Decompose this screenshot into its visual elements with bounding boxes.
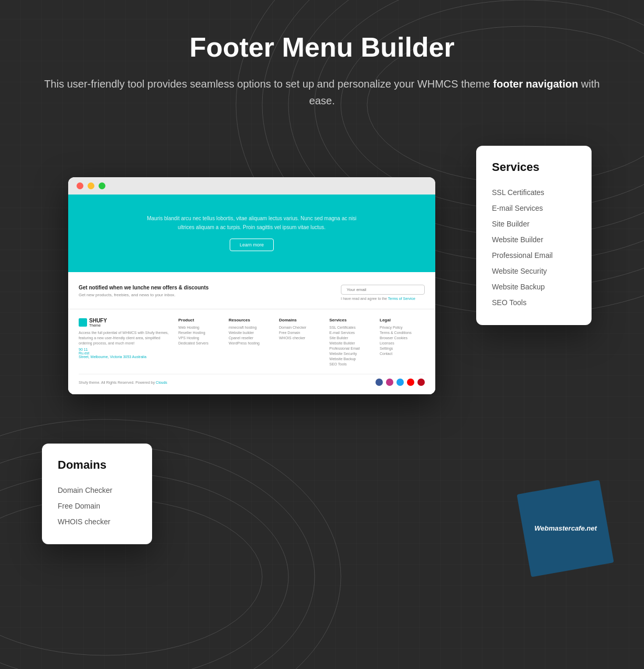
list-item: Free Domain [279, 331, 324, 334]
watermark-text: Webmastercafe.net [534, 524, 596, 533]
list-item: Professional Email [329, 347, 374, 350]
close-dot [77, 182, 83, 189]
visual-area: Mauris blandit arcu nec tellus lobortis,… [42, 135, 602, 565]
footer-col-services: Services SSL Certificates E-mail Service… [329, 318, 374, 368]
list-item: Website Backup [492, 279, 576, 295]
services-card: Services SSL Certificates E-mail Service… [476, 146, 592, 325]
list-item: Cpanel reseller [229, 336, 274, 340]
brand-icon [79, 318, 87, 327]
list-item: WHOIS checker [58, 514, 136, 530]
browser-titlebar [68, 177, 435, 195]
services-list: SSL Certificates E-mail Services Site Bu… [329, 326, 374, 366]
footer-col-resources: Resources minecraft hosting Website buil… [229, 318, 274, 368]
list-item: Free Domain [58, 498, 136, 514]
resources-heading: Resources [229, 318, 274, 322]
list-item: SSL Certificates [329, 326, 374, 329]
domains-card-list: Domain Checker Free Domain WHOIS checker [58, 482, 136, 530]
list-item: Website builder [229, 331, 274, 334]
services-card-heading: Services [492, 160, 576, 174]
pinterest-icon [417, 379, 425, 386]
list-item: WordPress hosting [229, 341, 274, 345]
footer-col-product: Product Web Hosting Reseller Hosting VPS… [178, 318, 223, 368]
list-item: Reseller Hosting [178, 331, 223, 334]
email-input[interactable] [341, 285, 425, 295]
list-item: Web Hosting [178, 326, 223, 329]
list-item: VPS Hosting [178, 336, 223, 340]
list-item: Site Builder [329, 336, 374, 340]
list-item: Website Backup [329, 357, 374, 361]
brand-address: Street, Melbourne, Victoria 3053 Austral… [79, 355, 173, 359]
hero-text-1: Mauris blandit arcu nec tellus lobortis,… [79, 215, 425, 221]
list-item: Professional Email [492, 247, 576, 263]
terms-link[interactable]: Terms of Service [388, 297, 415, 300]
brand-name: SHUFY [89, 318, 107, 323]
learn-more-button[interactable]: Learn more [230, 239, 274, 251]
list-item: E-mail Services [492, 200, 576, 216]
social-icons [375, 379, 425, 386]
list-item: Website Security [492, 263, 576, 279]
newsletter-left: Get notified when we lunche new offers &… [79, 285, 209, 297]
brand-street-no: 90 11 [79, 348, 173, 351]
list-item: Website Builder [329, 341, 374, 345]
footer-grid: SHUFY Theme Access the full potential of… [79, 318, 425, 368]
watermark-badge: Webmastercafe.net [523, 487, 607, 570]
list-item: Domain Checker [279, 326, 324, 329]
list-item: Licenses [380, 341, 425, 345]
instagram-icon [386, 379, 393, 386]
list-item: Website Security [329, 352, 374, 355]
page-title: Footer Menu Builder [42, 31, 602, 63]
domains-heading: Domains [279, 318, 324, 322]
hero-text-2: ultrices aliquam a ac turpis. Proin sagi… [79, 224, 425, 230]
brand-desc: Access the full potential of WHMCS with … [79, 330, 173, 346]
list-item: Privacy Policy [380, 326, 425, 329]
resources-list: minecraft hosting Website builder Cpanel… [229, 326, 274, 345]
list-item: Browser Cookies [380, 336, 425, 340]
list-item: SSL Certificates [492, 185, 576, 200]
footer-bottom: Shufy theme. All Rights Reserved. Powere… [79, 374, 425, 386]
list-item: E-mail Services [329, 331, 374, 334]
services-card-list: SSL Certificates E-mail Services Site Bu… [492, 185, 576, 310]
youtube-icon [407, 379, 414, 386]
brand-sub: Theme [89, 323, 107, 327]
twitter-icon [396, 379, 404, 386]
list-item: Terms & Conditions [380, 331, 425, 334]
newsletter-heading: Get notified when we lunche new offers &… [79, 285, 209, 290]
list-item: Site Builder [492, 216, 576, 232]
list-item: SEO Tools [329, 362, 374, 366]
footer-col-legal: Legal Privacy Policy Terms & Conditions … [380, 318, 425, 368]
footer-brand: SHUFY Theme Access the full potential of… [79, 318, 173, 368]
browser-mockup: Mauris blandit arcu nec tellus lobortis,… [68, 177, 435, 394]
services-heading: Services [329, 318, 374, 322]
legal-heading: Legal [380, 318, 425, 322]
browser-hero: Mauris blandit arcu nec tellus lobortis,… [68, 195, 435, 272]
domains-card: Domains Domain Checker Free Domain WHOIS… [42, 444, 152, 544]
list-item: WHOIS checker [279, 336, 324, 340]
minimize-dot [88, 182, 94, 189]
list-item: Contact [380, 352, 425, 355]
subtitle-bold: footer navigation [493, 78, 578, 90]
newsletter-terms: I have read and agree to the Terms of Se… [341, 297, 425, 300]
list-item: SEO Tools [492, 295, 576, 310]
list-item: Settings [380, 347, 425, 350]
newsletter-section: Get notified when we lunche new offers &… [68, 272, 435, 309]
maximize-dot [99, 182, 105, 189]
copyright-link[interactable]: Clouds [156, 381, 167, 384]
newsletter-subtext: Get new products, freebies, and news to … [79, 293, 209, 297]
watermark-inner: Webmastercafe.net [517, 480, 614, 577]
domains-card-heading: Domains [58, 458, 136, 472]
list-item: Website Builder [492, 232, 576, 247]
newsletter-right: I have read and agree to the Terms of Se… [341, 285, 425, 300]
product-list: Web Hosting Reseller Hosting VPS Hosting… [178, 326, 223, 345]
content-wrapper: Footer Menu Builder This user-friendly t… [0, 0, 644, 586]
brand-street: Ru.est [79, 351, 173, 355]
subtitle-plain: This user-friendly tool provides seamles… [44, 78, 493, 90]
browser-content: Mauris blandit arcu nec tellus lobortis,… [68, 195, 435, 394]
footer-copyright: Shufy theme. All Rights Reserved. Powere… [79, 381, 167, 384]
list-item: Domain Checker [58, 482, 136, 498]
list-item: minecraft hosting [229, 326, 274, 329]
brand-logo: SHUFY Theme [79, 318, 173, 327]
domains-list: Domain Checker Free Domain WHOIS checker [279, 326, 324, 340]
page-subtitle: This user-friendly tool provides seamles… [42, 75, 602, 109]
product-heading: Product [178, 318, 223, 322]
facebook-icon [375, 379, 383, 386]
